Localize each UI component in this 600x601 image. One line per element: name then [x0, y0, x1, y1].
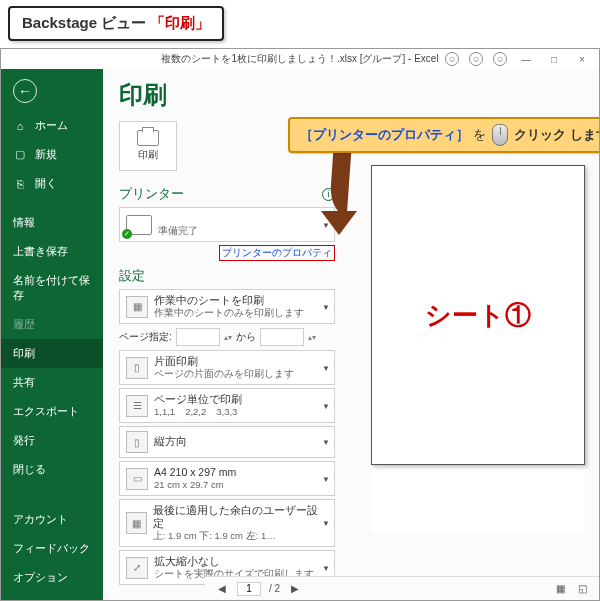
- chevron-down-icon: ▼: [322, 438, 330, 447]
- sidebar-item-home[interactable]: ⌂ホーム: [1, 111, 103, 140]
- new-icon: ▢: [13, 148, 27, 162]
- print-preview: シート①: [371, 165, 585, 533]
- sidebar-item-history: 履歴: [1, 310, 103, 339]
- instruction-title-box: Backstage ビュー 「印刷」: [8, 6, 224, 41]
- zoom-to-page-button[interactable]: ◱: [575, 583, 589, 594]
- titlebar: 複数のシートを1枚に印刷しましょう！.xlsx [グループ] - Excel ☺…: [1, 49, 599, 69]
- chevron-down-icon: ▼: [322, 302, 330, 311]
- chevron-down-icon: ▼: [322, 401, 330, 410]
- page-total: / 2: [269, 583, 280, 594]
- dd-desc: 上: 1.9 cm 下: 1.9 cm 左: 1…: [153, 530, 318, 542]
- printer-dropdown[interactable]: ✓ 準備完了 ▼: [119, 207, 335, 242]
- account-face-icon[interactable]: ☺: [493, 52, 507, 66]
- page-number-input[interactable]: [237, 582, 261, 596]
- dd-desc: 作業中のシートのみを印刷します: [154, 307, 304, 319]
- prev-page-button[interactable]: ◀: [215, 583, 229, 594]
- excel-window: 複数のシートを1枚に印刷しましょう！.xlsx [グループ] - Excel ☺…: [0, 48, 600, 601]
- sidebar-item-export[interactable]: エクスポート: [1, 397, 103, 426]
- chevron-down-icon: ▼: [322, 474, 330, 483]
- printer-name: [158, 212, 198, 225]
- account-face-icon[interactable]: ☺: [469, 52, 483, 66]
- sidebar-item-close[interactable]: 閉じる: [1, 455, 103, 484]
- open-icon: ⎘: [13, 177, 27, 191]
- sidebar-label: 発行: [13, 433, 35, 448]
- sidebar-item-options[interactable]: オプション: [1, 563, 103, 592]
- back-button[interactable]: ←: [1, 69, 103, 111]
- callout-target: ［プリンターのプロパティ］: [300, 126, 469, 144]
- home-icon: ⌂: [13, 119, 27, 133]
- preview-sheet-label: シート①: [425, 298, 531, 333]
- page-range-row: ページ指定: ▴▾ から ▴▾: [119, 328, 335, 346]
- sidebar-label: エクスポート: [13, 404, 79, 419]
- dd-desc: 21 cm x 29.7 cm: [154, 479, 236, 491]
- dd-title: 拡大縮小なし: [154, 555, 314, 568]
- sidebar-item-new[interactable]: ▢新規: [1, 140, 103, 169]
- orientation-dropdown[interactable]: ▯ 縦方向 ▼: [119, 426, 335, 458]
- maximize-button[interactable]: □: [545, 54, 563, 65]
- collate-dropdown[interactable]: ☰ ページ単位で印刷1,1,1 2,2,2 3,3,3 ▼: [119, 388, 335, 423]
- callout-suffix: します。: [570, 126, 599, 144]
- sidebar-label: 閉じる: [13, 462, 46, 477]
- show-margins-button[interactable]: ▦: [553, 583, 567, 594]
- sidebar-label: 履歴: [13, 317, 35, 332]
- paper-icon: ▭: [126, 468, 148, 490]
- print-panel: 印刷 印刷 ［プリンターのプロパティ］ を クリック します。 プリン: [103, 69, 599, 600]
- minimize-button[interactable]: —: [517, 54, 535, 65]
- sidebar-label: 共有: [13, 375, 35, 390]
- sidebar-item-info[interactable]: 情報: [1, 208, 103, 237]
- ready-check-icon: ✓: [122, 229, 132, 239]
- backstage-sidebar: ← ⌂ホーム ▢新規 ⎘開く 情報 上書き保存 名前を付けて保存 履歴 印刷 共…: [1, 69, 103, 600]
- page-to-input[interactable]: [260, 328, 304, 346]
- printer-properties-label: プリンターのプロパティ: [219, 245, 335, 261]
- close-button[interactable]: ×: [573, 54, 591, 65]
- margins-icon: ▦: [126, 512, 147, 534]
- scale-icon: ⤢: [126, 557, 148, 579]
- sidebar-item-share[interactable]: 共有: [1, 368, 103, 397]
- next-page-button[interactable]: ▶: [288, 583, 302, 594]
- instruction-prefix: Backstage ビュー: [22, 14, 146, 31]
- print-what-dropdown[interactable]: ▦ 作業中のシートを印刷作業中のシートのみを印刷します ▼: [119, 289, 335, 324]
- stepper-icon[interactable]: ▴▾: [224, 333, 232, 342]
- settings-section-title: 設定: [119, 267, 335, 285]
- page-spec-label: ページ指定:: [119, 330, 172, 344]
- stepper-icon[interactable]: ▴▾: [308, 333, 316, 342]
- collate-icon: ☰: [126, 395, 148, 417]
- sidebar-item-feedback[interactable]: フィードバック: [1, 534, 103, 563]
- sidebar-label: アカウント: [13, 512, 68, 527]
- duplex-dropdown[interactable]: ▯ 片面印刷ページの片面のみを印刷します ▼: [119, 350, 335, 385]
- sidebar-label: 印刷: [13, 346, 35, 361]
- window-title: 複数のシートを1枚に印刷しましょう！.xlsx [グループ] - Excel: [161, 52, 438, 66]
- sidebar-label: オプション: [13, 570, 68, 585]
- printer-properties-link[interactable]: プリンターのプロパティ: [119, 245, 335, 261]
- mouse-icon: [492, 124, 508, 146]
- sidebar-item-save[interactable]: 上書き保存: [1, 237, 103, 266]
- sidebar-label: 情報: [13, 215, 35, 230]
- account-face-icon[interactable]: ☺: [445, 52, 459, 66]
- dd-title: ページ単位で印刷: [154, 393, 242, 406]
- portrait-icon: ▯: [126, 431, 148, 453]
- callout-action: クリック: [514, 126, 566, 144]
- dd-title: 片面印刷: [154, 355, 294, 368]
- instruction-callout: ［プリンターのプロパティ］ を クリック します。: [288, 117, 599, 153]
- sidebar-item-open[interactable]: ⎘開く: [1, 169, 103, 198]
- callout-text: を: [473, 126, 486, 144]
- chevron-down-icon: ▼: [322, 363, 330, 372]
- back-arrow-icon: ←: [18, 83, 32, 99]
- dd-title: 最後に適用した余白のユーザー設定: [153, 504, 318, 530]
- margins-dropdown[interactable]: ▦ 最後に適用した余白のユーザー設定上: 1.9 cm 下: 1.9 cm 左:…: [119, 499, 335, 547]
- chevron-down-icon: ▼: [322, 563, 330, 572]
- pointer-arrow: [313, 153, 353, 243]
- dd-desc: 1,1,1 2,2,2 3,3,3: [154, 406, 242, 418]
- sidebar-item-account[interactable]: アカウント: [1, 505, 103, 534]
- print-button[interactable]: 印刷: [119, 121, 177, 171]
- sidebar-label: ホーム: [35, 118, 68, 133]
- sidebar-item-saveas[interactable]: 名前を付けて保存: [1, 266, 103, 310]
- paper-dropdown[interactable]: ▭ A4 210 x 297 mm21 cm x 29.7 cm ▼: [119, 461, 335, 496]
- sidebar-label: 上書き保存: [13, 244, 68, 259]
- page-title: 印刷: [119, 79, 583, 111]
- dd-desc: ページの片面のみを印刷します: [154, 368, 294, 380]
- sidebar-item-publish[interactable]: 発行: [1, 426, 103, 455]
- sidebar-item-print[interactable]: 印刷: [1, 339, 103, 368]
- preview-page: シート①: [371, 165, 585, 465]
- page-from-input[interactable]: [176, 328, 220, 346]
